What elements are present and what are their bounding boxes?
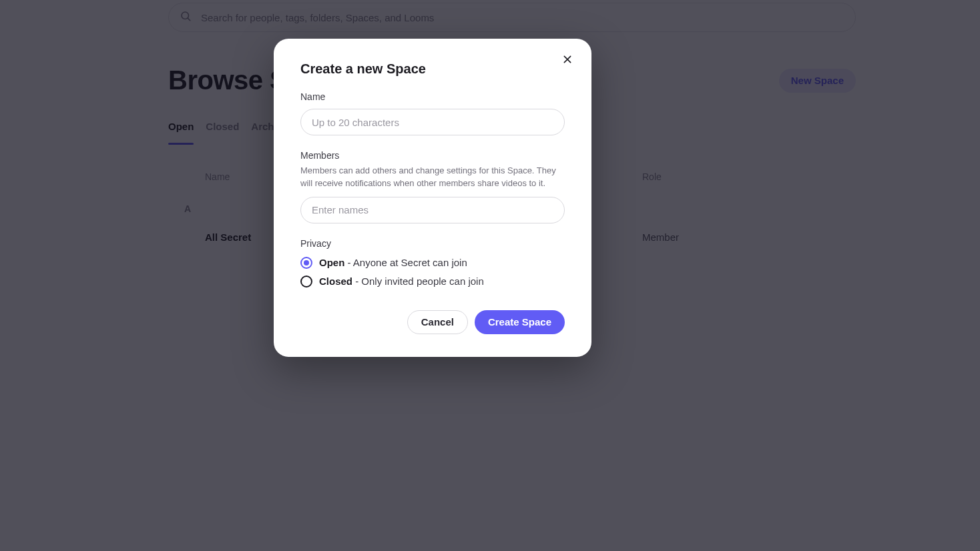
modal-actions: Cancel Create Space: [300, 310, 565, 334]
radio-icon: [300, 276, 312, 288]
close-icon: [562, 54, 573, 67]
modal-title: Create a new Space: [300, 61, 565, 77]
members-input[interactable]: [300, 197, 565, 223]
members-help-text: Members can add others and change settin…: [300, 165, 565, 190]
close-button[interactable]: [558, 51, 577, 69]
privacy-option-label: Closed - Only invited people can join: [319, 276, 484, 287]
members-label: Members: [300, 150, 565, 161]
modal-overlay[interactable]: Create a new Space Name Members Members …: [0, 0, 980, 551]
cancel-button[interactable]: Cancel: [407, 310, 468, 334]
create-space-modal: Create a new Space Name Members Members …: [274, 39, 591, 357]
privacy-option-open[interactable]: Open - Anyone at Secret can join: [300, 257, 565, 269]
privacy-radio-group: Open - Anyone at Secret can join Closed …: [300, 257, 565, 288]
privacy-label: Privacy: [300, 238, 565, 249]
name-input[interactable]: [300, 109, 565, 135]
create-space-button[interactable]: Create Space: [475, 310, 565, 334]
name-label: Name: [300, 91, 565, 102]
privacy-option-label: Open - Anyone at Secret can join: [319, 257, 467, 268]
privacy-option-closed[interactable]: Closed - Only invited people can join: [300, 276, 565, 288]
radio-icon: [300, 257, 312, 269]
